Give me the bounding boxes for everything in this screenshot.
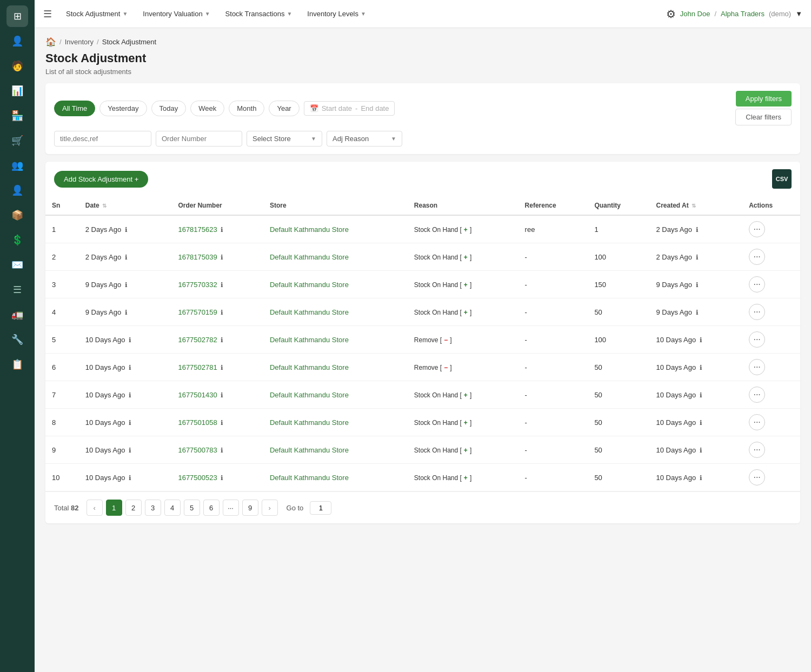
topnav-stock-adjustment[interactable]: Stock Adjustment ▼ (61, 6, 133, 21)
created-info-icon[interactable]: ℹ (700, 391, 702, 399)
order-number-link[interactable]: 1677570159 (178, 308, 217, 316)
store-link[interactable]: Default Kathmandu Store (270, 308, 349, 316)
breadcrumb-inventory[interactable]: Inventory (65, 38, 94, 46)
search-input[interactable] (54, 131, 151, 147)
time-btn-week[interactable]: Week (190, 101, 224, 116)
prev-page-button[interactable]: ‹ (87, 500, 103, 516)
time-btn-year[interactable]: Year (269, 101, 299, 116)
person-icon[interactable]: 🧑 (6, 55, 28, 77)
team-icon[interactable]: 👥 (6, 155, 28, 176)
row-actions-button[interactable]: ··· (749, 304, 765, 320)
order-number-link[interactable]: 1677501058 (178, 418, 217, 427)
topnav-stock-transactions[interactable]: Stock Transactions ▼ (220, 6, 298, 21)
order-info-icon[interactable]: ℹ (221, 474, 223, 482)
store-link[interactable]: Default Kathmandu Store (270, 363, 349, 371)
store-link[interactable]: Default Kathmandu Store (270, 391, 349, 399)
box-icon[interactable]: 📦 (6, 204, 28, 226)
store-select[interactable]: Select Store ▼ (247, 131, 322, 147)
store-link[interactable]: Default Kathmandu Store (270, 418, 349, 427)
date-info-icon[interactable]: ℹ (125, 254, 128, 261)
order-info-icon[interactable]: ℹ (221, 254, 223, 261)
order-info-icon[interactable]: ℹ (221, 336, 223, 344)
order-info-icon[interactable]: ℹ (221, 391, 223, 399)
store-link[interactable]: Default Kathmandu Store (270, 225, 349, 234)
page-btn-4[interactable]: 4 (164, 500, 181, 516)
created-info-icon[interactable]: ℹ (696, 226, 699, 234)
page-btn-9[interactable]: 9 (242, 500, 258, 516)
page-btn-2[interactable]: 2 (125, 500, 142, 516)
store-link[interactable]: Default Kathmandu Store (270, 446, 349, 454)
home-icon[interactable]: 🏠 (45, 37, 56, 47)
order-info-icon[interactable]: ℹ (221, 281, 223, 289)
store-link[interactable]: Default Kathmandu Store (270, 474, 349, 482)
row-actions-button[interactable]: ··· (749, 469, 765, 485)
order-info-icon[interactable]: ℹ (221, 309, 223, 316)
order-info-icon[interactable]: ℹ (221, 419, 223, 427)
add-stock-adjustment-button[interactable]: Add Stock Adjustment + (54, 171, 148, 188)
row-actions-button[interactable]: ··· (749, 442, 765, 458)
date-info-icon[interactable]: ℹ (129, 391, 131, 399)
dashboard-icon[interactable]: ⊞ (6, 5, 28, 27)
store-link[interactable]: Default Kathmandu Store (270, 336, 349, 344)
store-link[interactable]: Default Kathmandu Store (270, 253, 349, 261)
date-range-picker[interactable]: 📅 Start date - End date (304, 101, 395, 116)
user-circle-icon[interactable]: 👤 (6, 179, 28, 201)
order-info-icon[interactable]: ℹ (221, 447, 223, 454)
created-info-icon[interactable]: ℹ (700, 364, 702, 371)
page-btn-5[interactable]: 5 (184, 500, 200, 516)
hamburger-icon[interactable]: ☰ (43, 8, 52, 20)
order-number-input[interactable] (156, 131, 242, 147)
csv-download-button[interactable]: CSV (772, 169, 792, 189)
col-created-at[interactable]: Created At ⇅ (649, 196, 742, 215)
row-actions-button[interactable]: ··· (749, 387, 765, 403)
row-actions-button[interactable]: ··· (749, 249, 765, 265)
time-btn-today[interactable]: Today (151, 101, 187, 116)
order-number-link[interactable]: 1677500783 (178, 446, 217, 454)
next-page-button[interactable]: › (262, 500, 278, 516)
topnav-user[interactable]: ⚙ John Doe / Alpha Traders (demo) ▼ (666, 8, 802, 21)
store-icon[interactable]: 🏪 (6, 105, 28, 127)
row-actions-button[interactable]: ··· (749, 221, 765, 237)
page-btn-1[interactable]: 1 (106, 500, 122, 516)
created-info-icon[interactable]: ℹ (700, 447, 702, 454)
created-info-icon[interactable]: ℹ (700, 419, 702, 427)
col-date[interactable]: Date ⇅ (79, 196, 172, 215)
time-btn-all-time[interactable]: All Time (54, 101, 95, 116)
created-info-icon[interactable]: ℹ (700, 336, 702, 344)
users-icon[interactable]: 👤 (6, 30, 28, 52)
row-actions-button[interactable]: ··· (749, 359, 765, 375)
time-btn-month[interactable]: Month (229, 101, 264, 116)
created-info-icon[interactable]: ℹ (696, 254, 699, 261)
time-btn-yesterday[interactable]: Yesterday (99, 101, 147, 116)
page-btn-3[interactable]: 3 (145, 500, 161, 516)
date-info-icon[interactable]: ℹ (125, 281, 128, 289)
cart-icon[interactable]: 🛒 (6, 130, 28, 151)
created-info-icon[interactable]: ℹ (700, 474, 702, 482)
topnav-inventory-valuation[interactable]: Inventory Valuation ▼ (137, 6, 215, 21)
order-number-link[interactable]: 1677502781 (178, 363, 217, 371)
row-actions-button[interactable]: ··· (749, 331, 765, 348)
row-actions-button[interactable]: ··· (749, 276, 765, 292)
date-info-icon[interactable]: ℹ (129, 336, 131, 344)
topnav-inventory-levels[interactable]: Inventory Levels ▼ (302, 6, 371, 21)
store-link[interactable]: Default Kathmandu Store (270, 281, 349, 289)
order-info-icon[interactable]: ℹ (221, 364, 223, 371)
apply-filters-button[interactable]: Apply filters (736, 91, 792, 107)
tools-icon[interactable]: 🔧 (6, 329, 28, 350)
order-number-link[interactable]: 1678175623 (178, 225, 217, 234)
mail-icon[interactable]: ✉️ (6, 254, 28, 276)
adj-reason-select[interactable]: Adj Reason ▼ (327, 131, 402, 147)
row-actions-button[interactable]: ··· (749, 414, 765, 430)
order-number-link[interactable]: 1677570332 (178, 281, 217, 289)
date-info-icon[interactable]: ℹ (129, 364, 131, 371)
order-number-link[interactable]: 1677502782 (178, 336, 217, 344)
date-info-icon[interactable]: ℹ (129, 419, 131, 427)
order-number-link[interactable]: 1678175039 (178, 253, 217, 261)
list-icon[interactable]: ☰ (6, 279, 28, 301)
dollar-icon[interactable]: 💲 (6, 229, 28, 251)
date-info-icon[interactable]: ℹ (125, 309, 128, 316)
order-number-link[interactable]: 1677500523 (178, 474, 217, 482)
clear-filters-button[interactable]: Clear filters (735, 109, 792, 125)
page-btn-6[interactable]: 6 (203, 500, 220, 516)
date-info-icon[interactable]: ℹ (129, 447, 131, 454)
